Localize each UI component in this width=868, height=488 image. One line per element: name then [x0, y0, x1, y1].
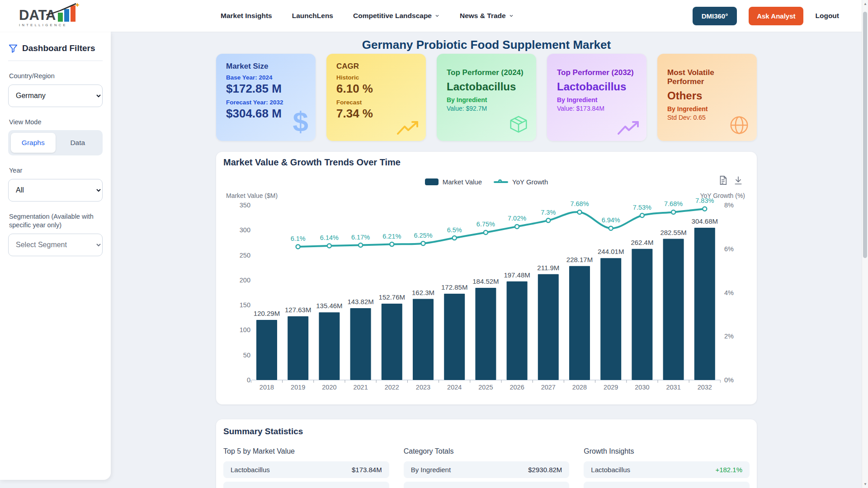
- card-title: Top Performer (2024): [447, 68, 526, 77]
- card-label: Historic: [336, 74, 416, 81]
- nav-link-market-insights[interactable]: Market Insights: [221, 12, 272, 20]
- bar-line-chart[interactable]: 0501001502002503003500%2%4%6%8%120.29M12…: [222, 194, 751, 399]
- most-volatile-card: Most Volatile Performer Others By Ingred…: [657, 54, 757, 141]
- card-label: Forecast: [336, 99, 416, 106]
- card-value: $172.85 M: [226, 82, 306, 96]
- view-mode-toggle: Graphs Data: [8, 130, 103, 155]
- stat-cards-row: Market Size Base Year: 2024 $172.85 M Fo…: [216, 54, 757, 141]
- summary-row: Lactobacillus +182.1%: [584, 461, 750, 478]
- chevron-down-icon: [434, 13, 440, 19]
- summary-col-growth-insights: Growth Insights Lactobacillus +182.1%: [584, 447, 750, 488]
- svg-text:6.1%: 6.1%: [291, 235, 306, 242]
- svg-text:2021: 2021: [353, 384, 368, 391]
- card-sub: By Ingredient: [667, 105, 747, 113]
- card-value: 6.10 %: [336, 82, 416, 96]
- summary-row: Lactobacillus $173.84M: [223, 461, 389, 478]
- svg-text:2028: 2028: [572, 384, 587, 391]
- svg-text:262.4M: 262.4M: [631, 239, 653, 246]
- summary-row: [404, 482, 570, 488]
- card-sub: By Ingredient: [557, 96, 637, 103]
- svg-text:0: 0: [247, 376, 250, 384]
- summary-columns: Top 5 by Market Value Lactobacillus $173…: [223, 447, 750, 488]
- chevron-down-icon: [509, 13, 514, 19]
- svg-text:6.94%: 6.94%: [602, 216, 620, 224]
- top-navigation: DATA INTELLIGENCE Market Insights Launch…: [0, 0, 868, 32]
- card-value: 7.34 %: [336, 107, 416, 121]
- summary-row: [223, 482, 389, 488]
- sidebar-header: Dashboard Filters: [8, 43, 103, 61]
- page-title: Germany Probiotic Food Supplement Market: [216, 38, 757, 52]
- svg-text:135.46M: 135.46M: [316, 302, 342, 310]
- legend-yoy-growth[interactable]: YoY Growth: [494, 178, 548, 186]
- svg-text:4%: 4%: [724, 289, 734, 296]
- svg-text:2023: 2023: [416, 384, 430, 391]
- svg-text:7.3%: 7.3%: [541, 209, 556, 216]
- data-intelligence-logo-icon: DATA INTELLIGENCE: [18, 2, 86, 28]
- svg-text:228.17M: 228.17M: [566, 256, 593, 263]
- logo[interactable]: DATA INTELLIGENCE: [18, 2, 90, 29]
- country-region-label: Country/Region: [9, 72, 103, 81]
- legend-market-value[interactable]: Market Value: [425, 178, 482, 186]
- page-scrollbar: ▲ ▼: [862, 0, 868, 488]
- dashboard-filters-sidebar: Dashboard Filters Country/Region Germany…: [0, 32, 111, 480]
- svg-text:6.21%: 6.21%: [382, 233, 401, 240]
- card-label: Forecast Year: 2032: [226, 99, 306, 106]
- scroll-down-arrow[interactable]: ▼: [863, 482, 868, 486]
- year-select[interactable]: All: [8, 179, 103, 202]
- svg-text:8%: 8%: [724, 202, 734, 209]
- chart-legend: Market Value YoY Growth: [216, 178, 757, 186]
- view-mode-graphs-button[interactable]: Graphs: [11, 133, 56, 153]
- nav-link-news-trade[interactable]: News & Trade: [460, 12, 514, 20]
- ask-analyst-button[interactable]: Ask Analyst: [749, 7, 803, 25]
- bar-swatch-icon: [425, 178, 439, 185]
- svg-text:162.3M: 162.3M: [412, 289, 434, 296]
- cagr-card: CAGR Historic 6.10 % Forecast 7.34 %: [326, 54, 426, 141]
- svg-text:282.55M: 282.55M: [660, 229, 686, 236]
- download-icon[interactable]: [733, 175, 743, 185]
- svg-text:7.83%: 7.83%: [695, 197, 714, 204]
- svg-text:2018: 2018: [259, 384, 274, 391]
- nav-link-launchlens[interactable]: LaunchLens: [292, 12, 333, 20]
- nav-actions: DMI360° Ask Analyst Logout: [693, 7, 839, 25]
- svg-text:2025: 2025: [478, 384, 493, 391]
- summary-row: By Ingredient $2930.82M: [404, 461, 570, 478]
- svg-text:184.52M: 184.52M: [472, 277, 499, 285]
- svg-text:6.75%: 6.75%: [476, 221, 495, 228]
- scrollbar-thumb[interactable]: [863, 12, 867, 258]
- segmentation-select[interactable]: Select Segment: [8, 234, 103, 256]
- svg-text:300: 300: [240, 226, 250, 234]
- svg-text:2%: 2%: [724, 333, 734, 340]
- svg-text:2022: 2022: [385, 384, 399, 391]
- svg-text:2024: 2024: [447, 384, 462, 391]
- svg-text:6.14%: 6.14%: [320, 234, 339, 241]
- svg-text:211.9M: 211.9M: [537, 264, 559, 272]
- report-icon[interactable]: [718, 175, 728, 185]
- svg-text:7.68%: 7.68%: [570, 200, 589, 207]
- view-mode-data-button[interactable]: Data: [56, 133, 100, 153]
- svg-text:2029: 2029: [604, 384, 618, 391]
- nav-links: Market Insights LaunchLens Competitive L…: [221, 12, 514, 20]
- summary-col-category-totals: Category Totals By Ingredient $2930.82M: [404, 447, 570, 488]
- country-region-select[interactable]: Germany: [8, 84, 103, 107]
- top-performer-2024-card: Top Performer (2024) Lactobacillus By In…: [437, 54, 536, 141]
- svg-text:120.29M: 120.29M: [254, 310, 280, 317]
- chart-title: Market Value & Growth Trends Over Time: [223, 157, 401, 168]
- svg-text:200: 200: [240, 277, 250, 284]
- svg-text:50: 50: [243, 352, 250, 359]
- dmi360-button[interactable]: DMI360°: [693, 7, 737, 25]
- svg-text:2027: 2027: [541, 384, 556, 391]
- package-icon: [508, 115, 529, 136]
- svg-text:172.85M: 172.85M: [441, 283, 467, 291]
- svg-text:6.5%: 6.5%: [447, 226, 462, 234]
- dollar-icon: $: [293, 108, 308, 136]
- svg-text:7.68%: 7.68%: [664, 200, 683, 207]
- nav-link-competitive-landscape[interactable]: Competitive Landscape: [353, 12, 440, 20]
- card-label: Base Year: 2024: [226, 74, 306, 81]
- logout-button[interactable]: Logout: [815, 12, 839, 20]
- scroll-up-arrow[interactable]: ▲: [863, 2, 868, 6]
- trend-up-icon: [618, 120, 639, 136]
- column-heading: Top 5 by Market Value: [223, 447, 389, 455]
- card-title: CAGR: [336, 62, 416, 71]
- svg-text:6.25%: 6.25%: [414, 232, 432, 239]
- top-performer-2032-card: Top Performer (2032) Lactobacillus By In…: [547, 54, 646, 141]
